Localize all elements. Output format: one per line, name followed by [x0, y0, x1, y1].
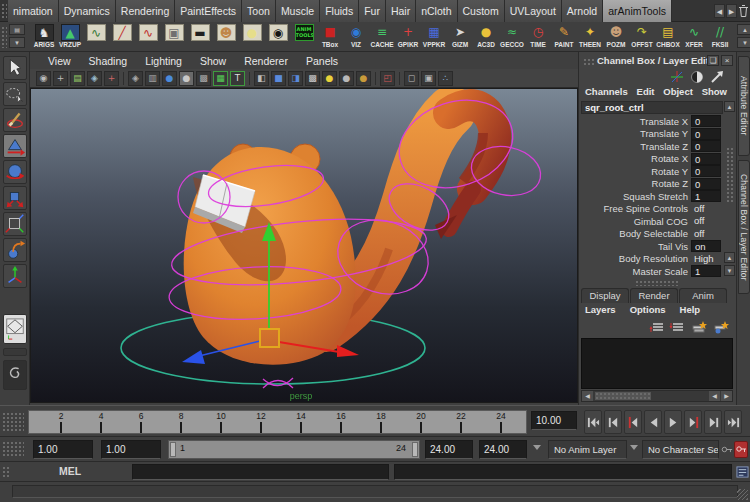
menu-tab[interactable]: UVLayout	[505, 0, 562, 22]
layer-list[interactable]	[581, 338, 733, 389]
outliner-layout-button[interactable]	[3, 360, 27, 390]
viewport-menu-item[interactable]: Renderer	[236, 55, 296, 67]
shelf-button[interactable]: + GPIKR	[395, 23, 421, 52]
channel-scroll-up-icon[interactable]: ▲	[724, 101, 735, 112]
shelf-button[interactable]: ✎ PAINT	[551, 23, 577, 52]
range-grip[interactable]	[2, 441, 24, 457]
manip-arrow-icon[interactable]	[709, 70, 725, 84]
attribute-value-field[interactable]: High	[691, 253, 717, 265]
current-time-field[interactable]	[531, 411, 577, 430]
attribute-value-field[interactable]: on	[691, 240, 721, 252]
move-layer-down-icon[interactable]	[669, 320, 685, 334]
new-empty-layer-icon[interactable]	[691, 320, 707, 334]
menu-tab[interactable]: Rendering	[116, 0, 175, 22]
shelf-button[interactable]: ☻ POZM	[603, 23, 629, 52]
single-pane-layout-button[interactable]	[3, 314, 27, 344]
viewport-toolbar-icon[interactable]: ■	[271, 71, 286, 86]
tab-scroll-left-icon[interactable]: ◀	[714, 4, 725, 18]
viewport-toolbar-icon[interactable]	[249, 72, 250, 85]
timeline-grip[interactable]	[2, 412, 24, 432]
hscroll-left2-icon[interactable]: ◀	[709, 391, 720, 401]
auto-keyframe-toggle[interactable]	[734, 441, 748, 458]
anim-layer-dropdown-icon[interactable]	[533, 445, 541, 450]
shelf-button[interactable]: ♞ ARIGS	[31, 23, 57, 52]
viewport-toolbar-icon[interactable]: ▦	[213, 71, 228, 86]
viewport-toolbar-icon[interactable]: ●	[162, 71, 177, 86]
layer-hscrollbar[interactable]: ◀ ◀ ▶	[581, 390, 733, 402]
shelf-button[interactable]: ≡ CACHE	[369, 23, 395, 52]
shelf-button[interactable]: ANIM TOOLS	[291, 23, 317, 52]
menu-tab[interactable]: Arnold	[562, 0, 603, 22]
command-grip[interactable]	[2, 466, 10, 478]
step-back-key-button[interactable]	[624, 410, 642, 434]
tab-scroll-right-icon[interactable]: ▶	[726, 4, 737, 18]
viewport-toolbar-icon[interactable]: ▣	[421, 71, 436, 86]
attribute-value-field[interactable]: 0	[691, 115, 721, 127]
shelf-button[interactable]: ▤ CHBOX	[655, 23, 681, 52]
paint-select-tool[interactable]	[3, 108, 27, 132]
menu-tab[interactable]: Muscle	[276, 0, 320, 22]
viewport-menu-item[interactable]: View	[40, 55, 79, 67]
shelf-scroll-down-icon[interactable]: ▼	[737, 37, 750, 48]
attribute-value-field[interactable]: 0	[691, 165, 721, 177]
attribute-value-field[interactable]: 0	[691, 178, 721, 190]
menu-tab[interactable]: Toon	[242, 0, 276, 22]
attribute-value-field[interactable]: off	[691, 203, 707, 215]
hscroll-thumb[interactable]	[595, 392, 651, 400]
shelf-button[interactable]: ∿	[135, 23, 161, 52]
selected-object-name[interactable]: sqr_root_ctrl	[581, 101, 723, 114]
move-layer-up-icon[interactable]	[649, 320, 665, 334]
viewport-toolbar-icon[interactable]: +	[53, 71, 68, 86]
menu-tab[interactable]: Fur	[359, 0, 386, 22]
menubar-grip[interactable]	[1, 3, 7, 19]
animation-end-field[interactable]	[479, 440, 527, 459]
menu-tab[interactable]: Custom	[458, 0, 505, 22]
play-backwards-button[interactable]	[644, 410, 662, 434]
shelf-button[interactable]: ✦ THEEN	[577, 23, 603, 52]
attribute-value-field[interactable]: off	[691, 215, 707, 227]
scale-tool[interactable]	[3, 186, 27, 210]
menu-tab[interactable]: arAnimTools	[603, 0, 672, 22]
viewport-toolbar-icon[interactable]: ▤	[70, 71, 85, 86]
animation-start-field[interactable]	[33, 440, 93, 459]
shelf-button[interactable]: ▦ VPPKR	[421, 23, 447, 52]
menu-tab[interactable]: nCloth	[416, 0, 457, 22]
shelf-button[interactable]: ☻	[213, 23, 239, 52]
channelbox-grip[interactable]	[583, 58, 595, 66]
shelf-button[interactable]: ●	[239, 23, 265, 52]
tab-channel-box[interactable]: Channel Box / Layer Editor	[738, 160, 750, 294]
shelf-tab-selector-icon[interactable]: ▤	[9, 24, 25, 35]
layer-editor-menu-item[interactable]: Help	[680, 304, 701, 315]
layer-tab-anim[interactable]: Anim	[679, 288, 727, 303]
menu-tab[interactable]: nimation	[8, 0, 59, 22]
viewport-toolbar-icon[interactable]: ●	[339, 71, 354, 86]
show-manipulator-tool[interactable]	[3, 264, 27, 288]
viewport-toolbar-icon[interactable]: ●	[322, 71, 337, 86]
viewport-toolbar-icon[interactable]: ▩	[305, 71, 320, 86]
script-editor-icon[interactable]	[736, 465, 749, 479]
channel-scrollbar-thumb[interactable]	[726, 147, 734, 203]
attribute-value-field[interactable]: 0	[691, 153, 721, 165]
shelf-button[interactable]: ╱	[109, 23, 135, 52]
viewport-toolbar-icon[interactable]: ◻	[404, 71, 419, 86]
viewport-toolbar-icon[interactable]: ▩	[196, 71, 211, 86]
menu-tab[interactable]: Hair	[386, 0, 416, 22]
move-tool[interactable]	[3, 134, 27, 158]
viewport-toolbar-icon[interactable]: ◈	[87, 71, 102, 86]
step-forward-key-button[interactable]	[684, 410, 702, 434]
shelf-button[interactable]: ▬	[187, 23, 213, 52]
layer-tab-render[interactable]: Render	[630, 288, 678, 303]
attribute-value-field[interactable]: 1	[691, 190, 721, 202]
viewport-toolbar-icon[interactable]: ◰	[380, 71, 395, 86]
viewport-toolbar-icon[interactable]: ◈	[128, 71, 143, 86]
shelf-button[interactable]: ≈ GECCO	[499, 23, 525, 52]
viewport-toolbar-icon[interactable]	[375, 72, 376, 85]
playback-start-field[interactable]	[101, 440, 161, 459]
viewport-menu-item[interactable]: Panels	[298, 55, 346, 67]
hscroll-left-icon[interactable]: ◀	[582, 391, 593, 401]
shelf-button[interactable]: // FKSII	[707, 23, 733, 52]
viewport-menu-item[interactable]: Show	[192, 55, 234, 67]
command-language-button[interactable]: MEL	[40, 465, 100, 477]
viewport-toolbar-icon[interactable]	[399, 72, 400, 85]
layout-shortcut-button[interactable]	[3, 348, 27, 356]
